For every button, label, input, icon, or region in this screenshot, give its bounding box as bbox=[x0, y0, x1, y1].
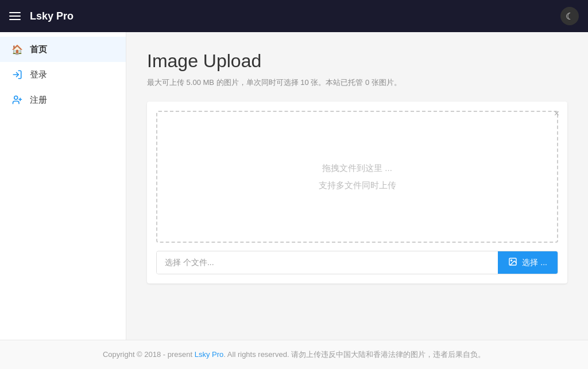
sidebar-item-home-label: 首页 bbox=[30, 44, 47, 55]
svg-point-1 bbox=[14, 96, 18, 99]
hamburger-button[interactable] bbox=[9, 12, 21, 20]
sidebar: 🏠 首页 登录 注册 bbox=[0, 32, 126, 340]
main-content: Image Upload 最大可上传 5.00 MB 的图片，单次同时可选择 1… bbox=[126, 32, 588, 340]
navbar: Lsky Pro ☾ bbox=[0, 0, 588, 32]
footer-text-after-link: . All rights reserved. 请勿上传违反中国大陆和香港法律的图… bbox=[223, 350, 485, 359]
drop-zone-line1: 拖拽文件到这里 ... bbox=[322, 160, 392, 177]
sidebar-item-home[interactable]: 🏠 首页 bbox=[0, 37, 126, 62]
page-subtitle: 最大可上传 5.00 MB 的图片，单次同时可选择 10 张。本站已托管 0 张… bbox=[147, 77, 567, 88]
upload-icon bbox=[508, 257, 517, 268]
footer-text-before-link: Copyright © 2018 - present bbox=[103, 350, 195, 359]
sidebar-item-login[interactable]: 登录 bbox=[0, 62, 126, 87]
page-title: Image Upload bbox=[147, 51, 567, 72]
drop-zone[interactable]: 拖拽文件到这里 ... 支持多文件同时上传 bbox=[156, 111, 558, 243]
theme-toggle-button[interactable]: ☾ bbox=[560, 7, 579, 25]
file-select-button[interactable]: 选择 ... bbox=[498, 251, 558, 274]
sidebar-item-register[interactable]: 注册 bbox=[0, 87, 126, 112]
sidebar-item-login-label: 登录 bbox=[30, 69, 47, 80]
footer: Copyright © 2018 - present Lsky Pro. All… bbox=[0, 340, 588, 369]
home-icon: 🏠 bbox=[11, 44, 23, 55]
upload-card: × 拖拽文件到这里 ... 支持多文件同时上传 选择 个文件... 选择 ... bbox=[147, 102, 567, 283]
file-input-display: 选择 个文件... bbox=[157, 252, 498, 274]
drop-zone-line2: 支持多文件同时上传 bbox=[319, 177, 396, 194]
footer-link[interactable]: Lsky Pro bbox=[195, 350, 224, 359]
file-input-row: 选择 个文件... 选择 ... bbox=[156, 251, 558, 274]
sidebar-item-register-label: 注册 bbox=[30, 95, 47, 106]
brand-name: Lsky Pro bbox=[30, 10, 74, 22]
close-button[interactable]: × bbox=[554, 108, 559, 119]
register-icon bbox=[11, 94, 23, 106]
file-select-button-label: 选择 ... bbox=[522, 258, 547, 268]
main-layout: 🏠 首页 登录 注册 bbox=[0, 32, 588, 340]
navbar-right: ☾ bbox=[560, 7, 579, 25]
svg-point-5 bbox=[511, 260, 512, 261]
login-icon bbox=[11, 69, 23, 80]
